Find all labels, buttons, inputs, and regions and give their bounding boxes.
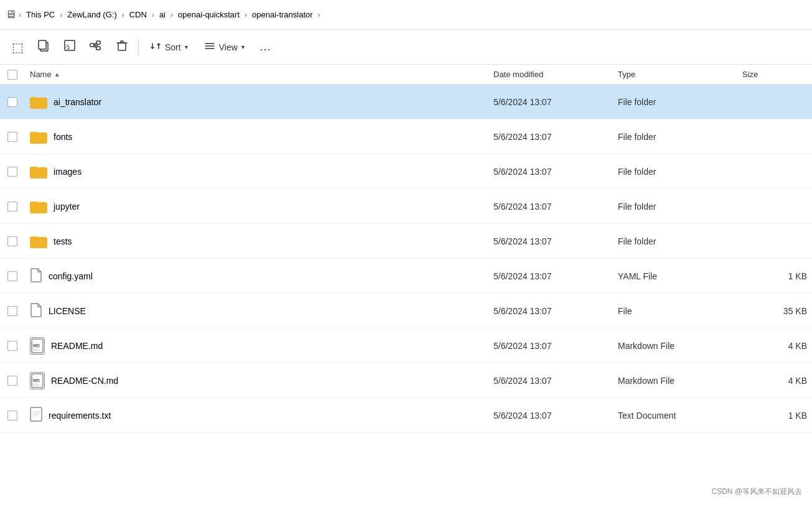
- row-checkbox-box[interactable]: [7, 271, 17, 281]
- breadcrumb-zewland[interactable]: ZewLand (G:): [65, 9, 119, 21]
- row-type-cell: File folder: [613, 167, 737, 177]
- svg-rect-5: [96, 47, 100, 50]
- folder-icon: [30, 95, 47, 109]
- breadcrumb-cdn[interactable]: CDN: [127, 9, 149, 21]
- sep-2: ›: [122, 11, 124, 19]
- computer-icon: 🖥: [5, 8, 16, 21]
- row-name-label: README-CN.md: [51, 376, 118, 386]
- breadcrumb-openai-translator[interactable]: openai-translator: [250, 9, 315, 21]
- breadcrumb-this-pc[interactable]: This PC: [24, 9, 57, 21]
- row-checkbox-box[interactable]: [7, 167, 17, 177]
- header-name[interactable]: Name ▲: [25, 70, 488, 79]
- name-sort-arrow: ▲: [54, 71, 60, 78]
- header-date-modified[interactable]: Date modified: [488, 70, 613, 79]
- share-icon: [89, 39, 103, 55]
- row-checkbox-box[interactable]: [7, 411, 17, 421]
- table-row[interactable]: LICENSE5/6/2024 13:07File35 KB: [0, 294, 812, 328]
- sep-3: ›: [152, 11, 154, 19]
- row-name-cell: jupyter: [25, 200, 488, 213]
- row-checkbox-box[interactable]: [7, 306, 17, 316]
- header-type[interactable]: Type: [613, 70, 737, 79]
- view-chevron-icon: ▾: [241, 44, 245, 50]
- rename-button[interactable]: A: [57, 35, 82, 60]
- row-name-cell: fonts: [25, 130, 488, 144]
- sort-button[interactable]: Sort ▾: [142, 35, 195, 60]
- table-row[interactable]: MDREADME.md5/6/2024 13:07Markdown File4 …: [0, 328, 812, 363]
- row-type-cell: File folder: [613, 202, 737, 212]
- svg-text:MD: MD: [33, 343, 40, 348]
- view-button[interactable]: View ▾: [197, 35, 252, 60]
- select-all-checkbox[interactable]: [7, 70, 17, 80]
- folder-icon: [30, 165, 47, 179]
- row-checkbox-box[interactable]: [7, 132, 17, 142]
- table-row[interactable]: config.yaml5/6/2024 13:07YAML File1 KB: [0, 259, 812, 294]
- row-checkbox[interactable]: [0, 306, 25, 316]
- svg-rect-4: [96, 41, 100, 44]
- table-row[interactable]: requirements.txt5/6/2024 13:07Text Docum…: [0, 398, 812, 433]
- svg-text:MD: MD: [33, 378, 40, 383]
- row-name-label: images: [54, 167, 82, 177]
- svg-rect-6: [90, 44, 94, 47]
- copy-button[interactable]: [31, 35, 56, 60]
- table-row[interactable]: ai_translator5/6/2024 13:07File folder: [0, 85, 812, 119]
- row-size-cell: 1 KB: [737, 411, 812, 421]
- row-name-label: jupyter: [54, 202, 80, 212]
- watermark: CSDN @等风来不如迎风去: [711, 486, 802, 497]
- breadcrumb-openai-quickstart[interactable]: openai-quickstart: [175, 9, 242, 21]
- table-row[interactable]: tests5/6/2024 13:07File folder: [0, 224, 812, 259]
- row-type-cell: Text Document: [613, 411, 737, 421]
- toolbar: ⬚ A: [0, 30, 812, 65]
- rename-icon: A: [63, 39, 77, 55]
- row-checkbox[interactable]: [0, 167, 25, 177]
- view-label: View: [219, 42, 238, 52]
- breadcrumb-label-openai-quickstart: openai-quickstart: [178, 10, 240, 19]
- row-checkbox-box[interactable]: [7, 341, 17, 351]
- main-area: Name ▲ Date modified Type Size ai_transl…: [0, 65, 812, 507]
- txt-file-icon: [30, 407, 42, 424]
- table-row[interactable]: jupyter5/6/2024 13:07File folder: [0, 189, 812, 224]
- row-type-cell: Markdown File: [613, 376, 737, 386]
- row-checkbox[interactable]: [0, 132, 25, 142]
- row-checkbox[interactable]: [0, 97, 25, 107]
- row-checkbox[interactable]: [0, 271, 25, 281]
- row-checkbox[interactable]: [0, 341, 25, 351]
- row-checkbox[interactable]: [0, 202, 25, 212]
- row-checkbox-box[interactable]: [7, 376, 17, 386]
- more-button[interactable]: ...: [253, 35, 278, 60]
- breadcrumb-label-cdn: CDN: [129, 10, 147, 19]
- file-list: ai_translator5/6/2024 13:07File folderfo…: [0, 85, 812, 507]
- row-date-cell: 5/6/2024 13:07: [488, 306, 613, 316]
- row-size-cell: 1 KB: [737, 271, 812, 281]
- breadcrumb-label-openai-translator: openai-translator: [252, 10, 313, 19]
- table-row[interactable]: fonts5/6/2024 13:07File folder: [0, 119, 812, 154]
- sep-6: ›: [318, 11, 320, 19]
- row-name-label: config.yaml: [49, 271, 93, 281]
- header-size[interactable]: Size: [737, 70, 812, 79]
- table-row[interactable]: MDREADME-CN.md5/6/2024 13:07Markdown Fil…: [0, 363, 812, 398]
- folder-icon: [30, 130, 47, 144]
- delete-icon: [115, 39, 129, 55]
- breadcrumb-ai[interactable]: ai: [157, 9, 168, 21]
- table-row[interactable]: images5/6/2024 13:07File folder: [0, 154, 812, 189]
- md-file-icon: MD: [30, 372, 45, 389]
- row-date-cell: 5/6/2024 13:07: [488, 97, 613, 107]
- row-checkbox-box[interactable]: [7, 236, 17, 246]
- row-checkbox[interactable]: [0, 376, 25, 386]
- file-icon: [30, 302, 42, 319]
- new-item-button[interactable]: ⬚: [5, 35, 30, 60]
- copy-icon: [37, 39, 50, 55]
- svg-rect-1: [39, 40, 46, 49]
- breadcrumb-bar: 🖥 › This PC › ZewLand (G:) › CDN › ai › …: [0, 0, 812, 30]
- row-date-cell: 5/6/2024 13:07: [488, 167, 613, 177]
- row-name-cell: LICENSE: [25, 302, 488, 319]
- row-checkbox-box[interactable]: [7, 97, 17, 107]
- row-checkbox[interactable]: [0, 411, 25, 421]
- row-name-label: LICENSE: [49, 306, 86, 316]
- new-item-icon: ⬚: [12, 40, 24, 55]
- row-checkbox[interactable]: [0, 236, 25, 246]
- row-date-cell: 5/6/2024 13:07: [488, 236, 613, 246]
- share-button[interactable]: [83, 35, 108, 60]
- sort-label: Sort: [165, 42, 181, 52]
- row-checkbox-box[interactable]: [7, 202, 17, 212]
- delete-button[interactable]: [110, 35, 134, 60]
